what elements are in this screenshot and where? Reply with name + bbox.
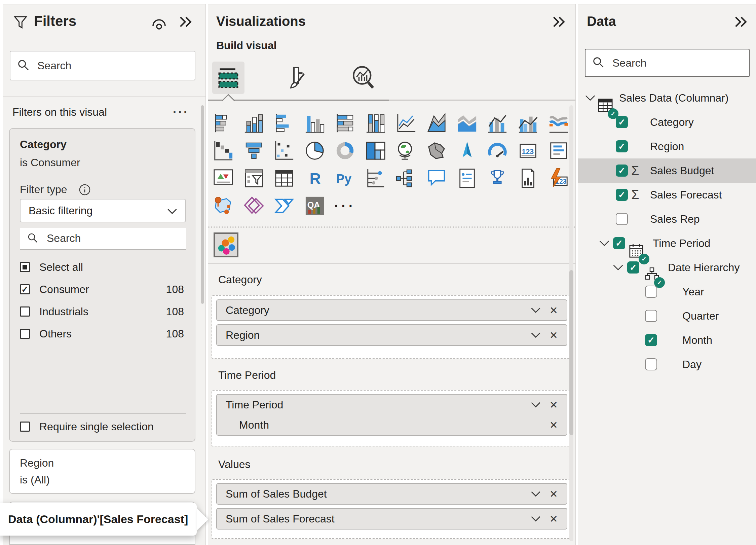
- area-chart-icon[interactable]: [425, 112, 448, 134]
- filter-option-row[interactable]: Select all: [10, 256, 196, 278]
- chevron-down-icon[interactable]: [599, 240, 610, 247]
- ribbon-chart-icon[interactable]: [547, 112, 570, 134]
- field-pill[interactable]: Sum of Sales Budget✕: [216, 483, 567, 505]
- table-icon[interactable]: [273, 167, 295, 189]
- remove-field-icon[interactable]: ✕: [550, 399, 558, 411]
- tree-checkbox[interactable]: [645, 286, 657, 298]
- well-category[interactable]: Category✕Region✕: [212, 295, 572, 359]
- tree-item-month[interactable]: ✓Month: [578, 328, 756, 352]
- remove-field-icon[interactable]: ✕: [550, 419, 558, 431]
- tree-checkbox[interactable]: ✓: [627, 261, 639, 274]
- field-pill[interactable]: Region✕: [216, 324, 567, 346]
- field-pill-row[interactable]: Time Period✕: [217, 395, 567, 415]
- data-search-input[interactable]: [612, 49, 743, 76]
- field-pill-row[interactable]: Sum of Sales Forecast✕: [217, 509, 567, 529]
- filters-search-input[interactable]: [37, 51, 189, 80]
- require-single-selection-row[interactable]: Require single selection: [10, 415, 196, 438]
- chevron-down-icon[interactable]: [531, 516, 541, 522]
- smart-narrative-icon[interactable]: [456, 167, 478, 189]
- clustered-bar-chart-icon[interactable]: [273, 112, 295, 134]
- chevron-down-icon[interactable]: [531, 307, 541, 313]
- scatter-chart-icon[interactable]: [273, 140, 295, 162]
- info-icon[interactable]: [78, 183, 91, 196]
- chevron-down-icon[interactable]: [613, 264, 623, 271]
- arcgis-map-icon[interactable]: [212, 195, 234, 217]
- power-apps-icon[interactable]: 123: [547, 167, 570, 189]
- tree-checkbox[interactable]: ✓: [616, 116, 628, 128]
- waterfall-chart-icon[interactable]: [212, 140, 234, 162]
- tree-item-quarter[interactable]: Quarter: [578, 304, 756, 328]
- tree-item-sales-budget[interactable]: ✓ΣSales Budget: [578, 158, 756, 183]
- tab-format-visual[interactable]: [280, 62, 312, 94]
- collapse-pane-icon[interactable]: [734, 15, 749, 29]
- filters-scrollbar[interactable]: [201, 105, 204, 304]
- remove-field-icon[interactable]: ✕: [550, 513, 558, 525]
- power-automate-icon[interactable]: [273, 195, 295, 217]
- filter-option-checkbox[interactable]: [20, 262, 30, 272]
- kpi-icon[interactable]: [212, 167, 234, 189]
- require-single-selection-checkbox[interactable]: [20, 422, 30, 432]
- remove-field-icon[interactable]: ✕: [550, 329, 558, 341]
- field-pill-row[interactable]: Month✕: [217, 415, 567, 435]
- region-filter-card[interactable]: Region is (All): [9, 449, 195, 494]
- category-filter-card[interactable]: Category is Consumer Filter type Basic f…: [9, 128, 195, 442]
- donut-chart-icon[interactable]: [334, 140, 356, 162]
- more-options-icon[interactable]: ...: [173, 102, 189, 116]
- field-pill-row[interactable]: Region✕: [217, 325, 567, 345]
- hundred-stacked-bar-chart-icon[interactable]: [334, 112, 356, 134]
- filters-search[interactable]: [10, 51, 195, 80]
- filter-option-checkbox[interactable]: [20, 306, 30, 317]
- chevron-down-icon[interactable]: [531, 402, 541, 408]
- pbi-visual-diamond-icon[interactable]: [243, 195, 265, 217]
- filter-option-checkbox[interactable]: [20, 329, 30, 339]
- metrics-icon[interactable]: [486, 167, 508, 189]
- tree-checkbox[interactable]: [645, 310, 657, 322]
- filter-card-search[interactable]: [20, 228, 186, 250]
- r-script-icon[interactable]: R: [304, 167, 326, 189]
- data-search[interactable]: [585, 49, 750, 77]
- tree-checkbox[interactable]: ✓: [616, 189, 628, 201]
- stacked-area-chart-icon[interactable]: [456, 112, 478, 134]
- colorful-custom-visual-icon[interactable]: [214, 232, 238, 257]
- filter-option-row[interactable]: Industrials108: [10, 300, 196, 323]
- well-values[interactable]: Sum of Sales Budget✕Sum of Sales Forecas…: [212, 479, 572, 539]
- remove-field-icon[interactable]: ✕: [550, 304, 558, 316]
- tree-checkbox[interactable]: ✓: [645, 334, 657, 346]
- tree-item-date-hierarchy[interactable]: ✓✓Date Hierarchy: [578, 255, 756, 280]
- tab-build-visual[interactable]: [212, 62, 244, 94]
- azure-map-icon[interactable]: [456, 140, 478, 162]
- pie-chart-icon[interactable]: [304, 140, 326, 162]
- multi-row-card-icon[interactable]: [547, 140, 570, 162]
- tree-checkbox[interactable]: [645, 358, 657, 370]
- python-icon[interactable]: Py: [334, 167, 356, 189]
- tree-checkbox[interactable]: ✓: [616, 165, 628, 177]
- gauge-icon[interactable]: [486, 140, 508, 162]
- tree-item-sales-forecast[interactable]: ✓ΣSales Forecast: [578, 183, 756, 207]
- collapse-pane-icon[interactable]: [179, 15, 193, 29]
- chevron-down-icon[interactable]: [531, 332, 541, 338]
- well-time-period[interactable]: Time Period✕Month✕: [212, 390, 572, 446]
- viz-scrollbar[interactable]: [569, 270, 573, 435]
- slicer-icon[interactable]: [243, 167, 265, 189]
- tree-item-sales-rep[interactable]: Sales Rep: [578, 207, 756, 231]
- filled-map-icon[interactable]: [425, 140, 448, 162]
- tab-analytics[interactable]: [347, 62, 379, 94]
- field-pill[interactable]: Category✕: [216, 299, 567, 321]
- tree-item-time-period[interactable]: ✓✓Time Period: [578, 231, 756, 255]
- line-chart-icon[interactable]: [395, 112, 417, 134]
- chevron-down-icon[interactable]: [585, 95, 596, 101]
- funnel-chart-icon[interactable]: [243, 140, 265, 162]
- stacked-column-chart-icon[interactable]: [243, 112, 265, 134]
- card-icon[interactable]: 123: [517, 140, 539, 162]
- field-pill-row[interactable]: Sum of Sales Budget✕: [217, 484, 567, 504]
- more-options-icon[interactable]: ···: [334, 195, 356, 217]
- clustered-column-chart-icon[interactable]: [304, 112, 326, 134]
- tree-item-sales-data-columnar-[interactable]: ✓Sales Data (Columnar): [578, 86, 756, 110]
- filter-card-search-input[interactable]: [46, 228, 179, 249]
- qa-icon[interactable]: [425, 167, 448, 189]
- qa-custom-visual-icon[interactable]: QA: [304, 195, 326, 217]
- tree-item-category[interactable]: ✓Category: [578, 110, 756, 134]
- remove-field-icon[interactable]: ✕: [550, 488, 558, 500]
- paginated-report-icon[interactable]: [517, 167, 539, 189]
- filter-option-row[interactable]: ✓Consumer108: [10, 278, 196, 300]
